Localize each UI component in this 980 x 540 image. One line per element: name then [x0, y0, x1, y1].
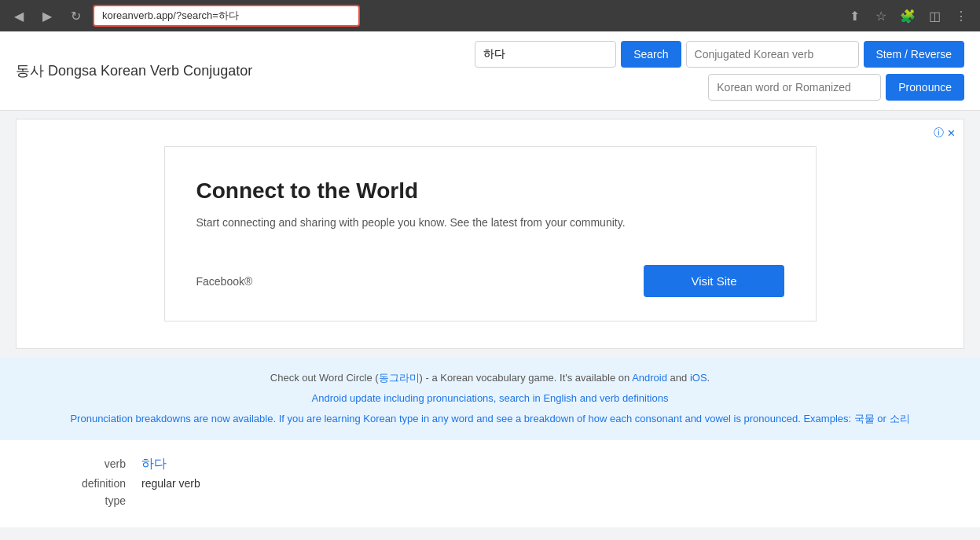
forward-button[interactable]: ▶ — [36, 5, 58, 27]
verb-info: verb 하다 definition regular verb type — [0, 440, 980, 527]
info-or: or — [875, 413, 890, 424]
info-banner: Check out Word Circle (동그라미) - a Korean … — [0, 357, 980, 440]
header-right: Search Stem / Reverse Pronounce — [475, 41, 964, 101]
example2-link[interactable]: 소리 — [890, 413, 910, 424]
verb-value: 하다 — [141, 456, 167, 472]
type-row: type — [47, 494, 964, 507]
bookmark-button[interactable]: ☆ — [870, 5, 892, 27]
verb-label: verb — [47, 457, 126, 470]
main-search-input[interactable] — [475, 41, 616, 68]
info-and: and — [667, 372, 690, 384]
window-button[interactable]: ◫ — [923, 5, 945, 27]
browser-chrome: ◀ ▶ ↻ ⬆ ☆ 🧩 ◫ ⋮ — [0, 0, 980, 31]
pronounce-button[interactable]: Pronounce — [886, 74, 964, 101]
definition-value: regular verb — [141, 477, 200, 490]
type-label: type — [47, 494, 126, 507]
back-button[interactable]: ◀ — [8, 5, 30, 27]
header: 동사 Dongsa Korean Verb Conjugator Search … — [0, 31, 980, 111]
info-pre: Check out Word Circle ( — [270, 372, 379, 384]
info-end: . — [707, 372, 710, 384]
pronounce-row: Pronounce — [708, 74, 964, 101]
share-button[interactable]: ⬆ — [843, 5, 865, 27]
ad-info-icon[interactable]: ⓘ — [934, 126, 944, 140]
ios-link[interactable]: iOS — [690, 372, 707, 384]
ad-headline: Connect to the World — [196, 178, 784, 204]
search-button[interactable]: Search — [621, 41, 681, 68]
android-link[interactable]: Android — [632, 372, 667, 384]
verb-row: verb 하다 — [47, 456, 964, 472]
pronunciation-line: Pronunciation breakdowns are now availab… — [16, 410, 964, 428]
visit-site-button[interactable]: Visit Site — [644, 265, 784, 297]
ad-subtext: Start connecting and sharing with people… — [196, 216, 784, 229]
ad-inner: Connect to the World Start connecting an… — [164, 146, 817, 321]
site-title: 동사 Dongsa Korean Verb Conjugator — [16, 61, 252, 80]
pronunciation-pre: Pronunciation breakdowns are now availab… — [70, 413, 853, 424]
example1-link[interactable]: 국물 — [854, 413, 875, 424]
info-line1: Check out Word Circle (동그라미) - a Korean … — [16, 369, 964, 387]
ad-controls: ⓘ ✕ — [934, 126, 956, 140]
word-circle-link[interactable]: 동그라미 — [379, 372, 420, 384]
menu-button[interactable]: ⋮ — [950, 5, 972, 27]
pronounce-input[interactable] — [708, 74, 881, 101]
android-update-link[interactable]: Android update including pronunciations,… — [16, 390, 964, 407]
stem-reverse-button[interactable]: Stem / Reverse — [864, 41, 964, 68]
site-title-text: 동사 Dongsa Korean Verb Conjugator — [16, 63, 252, 79]
extension-button[interactable]: 🧩 — [897, 5, 919, 27]
address-bar[interactable] — [93, 5, 360, 27]
conjugated-input[interactable] — [686, 41, 859, 68]
page-content: 동사 Dongsa Korean Verb Conjugator Search … — [0, 31, 980, 540]
info-mid: ) - a Korean vocabulary game. It's avail… — [420, 372, 633, 384]
ad-footer: Facebook® Visit Site — [196, 265, 784, 297]
android-update-line: Android update including pronunciations,… — [16, 390, 964, 407]
definition-row: definition regular verb — [47, 477, 964, 490]
ad-close-icon[interactable]: ✕ — [947, 127, 956, 139]
browser-actions: ⬆ ☆ 🧩 ◫ ⋮ — [843, 5, 972, 27]
definition-label: definition — [47, 477, 126, 490]
search-row: Search Stem / Reverse — [475, 41, 964, 68]
ad-brand: Facebook® — [196, 275, 253, 288]
refresh-button[interactable]: ↻ — [64, 5, 86, 27]
ad-container: ⓘ ✕ Connect to the World Start connectin… — [16, 119, 964, 349]
